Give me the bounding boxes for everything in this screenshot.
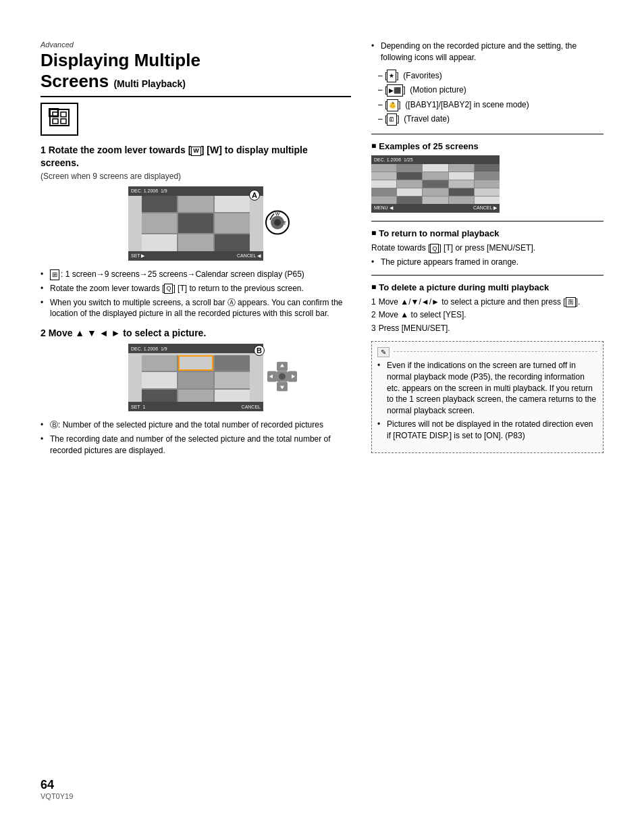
examples-heading: Examples of 25 screens [371,141,603,151]
note-content: Even if the indications on the screen ar… [377,360,597,442]
ex-bottombar: MENU ◀CANCEL ▶ [371,204,500,213]
icon-items: – [★] (Favorites) – [▶⬛] (Motion picture… [378,69,603,127]
ex-topbar: DEC. 1.2006 1/25 [371,155,500,164]
bullets2-list: Ⓑ: Number of the selected picture and th… [41,419,351,456]
delete-steps: 1Move ▲/▼/◄/► to select a picture and th… [371,296,603,334]
trash-icon: 面 [566,297,576,307]
svg-text:W: W [275,211,280,215]
svg-rect-2 [61,112,66,117]
dial-icon: W T [265,209,290,237]
diagram2-topbar: DEC. 1.2006 1/9 [128,344,263,353]
return-text: Rotate towards [Q] [T] or press [MENU/SE… [371,242,603,254]
dpad-icon [267,362,297,394]
divider3 [371,275,603,276]
svg-point-16 [279,373,286,380]
svg-text:T: T [284,220,287,225]
baby-icon: 👶 [387,99,398,111]
title-main: Displaying Multiple [41,50,200,70]
icon-item3: – [👶] ([BABY1]/[BABY2] in scene mode) [378,98,603,113]
examples-diagram: DEC. 1.2006 1/25 MENU ◀CANCEL ▶ [371,155,500,213]
divider2 [371,221,603,221]
note-bullet1: Even if the indications on the screen ar… [377,360,597,417]
svg-rect-3 [53,119,58,124]
bullets1-list: ⊞: 1 screen→9 screens→25 screens→Calenda… [41,269,351,319]
left-column: Advanced Displaying Multiple Screens (Mu… [41,41,351,461]
bullet1-item3: When you switch to multiple screens, a s… [41,297,351,320]
advanced-label: Advanced [41,41,351,49]
diagram1-container: DEC. 1.2006 1/9 SET ▶CANCEL ◀ [41,186,351,261]
bullet2-item1: Ⓑ: Number of the selected picture and th… [41,419,351,431]
step1-heading: 1 Rotate the zoom lever towards [W] [W] … [41,144,351,168]
page-number: 64 [41,778,603,792]
icon-item1: – [★] (Favorites) [378,69,603,84]
diagram2: DEC. 1.2006 1/9 SET 1CANCEL [128,344,263,411]
label-a: A [249,190,260,201]
zoom-q-icon: Q [164,284,173,294]
right-column: Depending on the recorded picture and th… [371,41,603,461]
title-line2: Screens [41,71,109,91]
content-area: Advanced Displaying Multiple Screens (Mu… [0,41,644,461]
note-box: ✎ Even if the indications on the screen … [371,341,603,453]
note-pencil-icon: ✎ [377,347,390,357]
page-code: VQT0Y19 [41,792,603,800]
diagram1-bottombar: SET ▶CANCEL ◀ [128,251,263,261]
delete-step3: 3Press [MENU/SET]. [371,323,603,334]
diagram2-container: DEC. 1.2006 1/9 SET 1CANCEL B [41,344,351,411]
diagram2-bottombar: SET 1CANCEL [128,402,263,411]
delete-heading: To delete a picture during multi playbac… [371,282,603,292]
delete-step2: 2Move ▲ to select [YES]. [371,309,603,321]
diagram1-grid [142,193,250,254]
step1-num: 1 [41,145,49,155]
page-footer: 64 VQT0Y19 [0,758,644,807]
page-title: Displaying Multiple Screens (Multi Playb… [41,50,351,97]
divider1 [371,134,603,134]
return-bullet1: The picture appears framed in orange. [371,257,603,268]
ex-grid [371,164,500,204]
intro-bullets: Depending on the recorded picture and th… [371,41,603,63]
bullet2-item2: The recording date and number of the sel… [41,434,351,457]
diagram2-grid [142,355,250,406]
svg-rect-4 [61,119,66,124]
step1-subtext: (Screen when 9 screens are displayed) [41,172,351,181]
diagram1-topbar: DEC. 1.2006 1/9 [128,186,263,196]
zoom-q2-icon: Q [430,244,439,254]
bullet1-item1: ⊞: 1 screen→9 screens→25 screens→Calenda… [41,269,351,280]
travel-icon: 🗓 [387,113,397,126]
icon-item2: – [▶⬛] (Motion picture) [378,83,603,98]
favorites-icon: ★ [387,70,396,82]
step1-icon: [W] [188,145,207,155]
title-subtitle: (Multi Playback) [113,78,186,89]
note-bullets: Even if the indications on the screen ar… [377,360,597,442]
delete-step1: 1Move ▲/▼/◄/► to select a picture and th… [371,296,603,308]
return-heading: To return to normal playback [371,228,603,238]
return-bullets: The picture appears framed in orange. [371,257,603,268]
note-icon-row: ✎ [377,347,597,357]
icon-item4: – [🗓] (Travel date) [378,112,603,127]
svg-point-8 [274,219,281,226]
step2-heading: 2 Move ▲ ▼ ◄ ► to select a picture. [41,328,351,338]
playback-icon [41,103,78,136]
diagram1: DEC. 1.2006 1/9 SET ▶CANCEL ◀ [128,186,263,261]
multiscreen-icon: ⊞ [50,269,59,280]
motion-pic-icon: ▶⬛ [387,84,403,97]
page: Advanced Displaying Multiple Screens (Mu… [0,0,644,834]
bullet1-item2: Rotate the zoom lever towards [Q] [T] to… [41,283,351,294]
intro-bullet1: Depending on the recorded picture and th… [371,41,603,63]
note-bullet2: Pictures will not be displayed in the ro… [377,419,597,442]
